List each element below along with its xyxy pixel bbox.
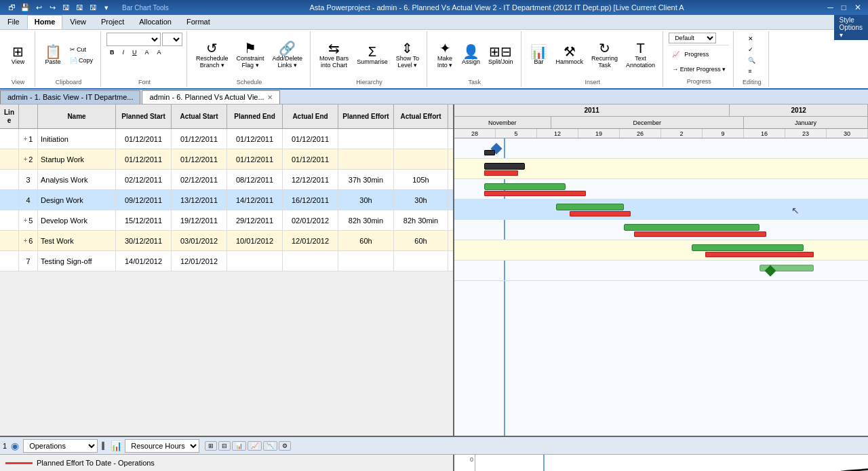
col-header-planned-effort: Planned Effort (338, 105, 394, 128)
text-annotation-btn[interactable]: T TextAnnotation (623, 39, 658, 71)
view-label: View (12, 58, 24, 65)
expand-1[interactable]: + (24, 135, 28, 143)
enter-progress-btn[interactable]: → Enter Progress ▾ (669, 64, 729, 74)
chart-type-btn6[interactable]: ⚙ (279, 441, 291, 451)
progress-group-label: Progress (669, 78, 729, 85)
ribbon-group-hierarchy: ⇆ Move Barsinto Chart Σ Summarise ⇕ Show… (312, 31, 427, 87)
view-btns: ⊞ View (6, 33, 31, 77)
editing-btn4[interactable]: ≡ (745, 67, 759, 76)
chart-type-btn5[interactable]: 📉 (263, 441, 277, 451)
cut-btn[interactable]: ✂ Cut (66, 45, 96, 54)
cell-pe-4: 14/12/2011 (227, 190, 283, 210)
task-row-5[interactable]: + 5 Develop Work 15/12/2011 19/12/2011 2… (0, 210, 453, 231)
summarise-btn[interactable]: Σ Summarise (353, 43, 391, 67)
tab-format[interactable]: Format (179, 15, 218, 29)
operations-select[interactable]: Operations (23, 439, 98, 453)
expand-2[interactable]: + (24, 155, 28, 163)
close-btn[interactable]: ✕ (852, 3, 864, 12)
bold-btn[interactable]: B (106, 48, 118, 57)
tab-view[interactable]: View (62, 15, 94, 29)
task-row-6[interactable]: + 6 Test Work 30/12/2011 03/01/2012 10/0… (0, 231, 453, 251)
bottom-expand-icon[interactable]: 1 (3, 442, 7, 450)
col-header-actual-effort: Actual Effort (394, 105, 448, 128)
cell-name-5: Develop Work (38, 210, 116, 230)
qat-icon2[interactable]: 🖫 (73, 1, 85, 14)
redo-btn[interactable]: ↪ (46, 1, 58, 14)
bar-2-planned (484, 163, 525, 170)
bar-icon: 📊 (530, 45, 547, 58)
cell-name-4: Design Work (38, 190, 116, 210)
task-row-3[interactable]: 3 Analysis Work 02/12/2011 02/12/2011 08… (0, 170, 453, 190)
task-group-label: Task (469, 79, 481, 86)
editing-btn1[interactable]: ✕ (745, 34, 759, 43)
qat-dropdown[interactable]: ▾ (100, 1, 113, 14)
cell-aef-1 (394, 129, 448, 149)
underline-btn[interactable]: U (129, 48, 140, 57)
doc-tab-2[interactable]: admin - 6. Planned Vs Actual Vie... ✕ (142, 90, 279, 104)
editing-btn3[interactable]: 🔍 (745, 56, 759, 65)
view-btn[interactable]: ⊞ View (6, 43, 31, 67)
qat-icon3[interactable]: 🖫 (87, 1, 99, 14)
font-row2: B I U A A (106, 48, 182, 57)
doc-tab-2-close[interactable]: ✕ (267, 94, 273, 101)
tab-home[interactable]: Home (27, 15, 63, 29)
undo-btn[interactable]: ↩ (33, 1, 45, 14)
copy-btn[interactable]: 📄 Copy (66, 56, 96, 65)
constraint-label: ConstraintFlag ▾ (237, 55, 264, 69)
gantt-row-1 (454, 138, 868, 159)
assign-btn[interactable]: 👤 Assign (458, 43, 484, 67)
minimize-btn[interactable]: ─ (825, 3, 836, 12)
expand-5[interactable]: + (24, 216, 28, 224)
chart-type-btn3[interactable]: 📊 (232, 441, 246, 451)
show-to-level-btn[interactable]: ⇕ Show ToLevel ▾ (393, 39, 422, 71)
gantt-week-23: 23 (785, 129, 827, 138)
chart-type-btn1[interactable]: ⊞ (205, 441, 217, 451)
doc-tab-1[interactable]: admin - 1. Basic View - IT Departme... (0, 90, 140, 104)
bar-btn[interactable]: 📊 Bar (527, 43, 551, 67)
italic-btn[interactable]: I (119, 48, 128, 57)
cell-num-3: 3 (19, 170, 38, 189)
hammock-btn[interactable]: ⚒ Hammock (553, 43, 587, 67)
save-btn[interactable]: 💾 (19, 1, 31, 14)
tab-allocation[interactable]: Allocation (132, 15, 179, 29)
gantt-week-2: 2 (661, 129, 703, 138)
resource-hours-select[interactable]: Resource Hours (125, 439, 199, 453)
qat-icon1[interactable]: 🖫 (60, 1, 72, 14)
progress-type-select[interactable]: Default (669, 33, 716, 43)
make-into-btn[interactable]: ✦ MakeInto ▾ (433, 39, 457, 71)
chart-type-btn4[interactable]: 📈 (248, 441, 262, 451)
ribbon-group-insert: 📊 Bar ⚒ Hammock ↻ RecurringTask T TextAn… (523, 31, 664, 87)
font-color-btn[interactable]: A (142, 48, 153, 57)
app-icon[interactable]: 🗗 (5, 1, 18, 14)
maximize-btn[interactable]: □ (839, 3, 849, 12)
tab-project[interactable]: Project (94, 15, 132, 29)
highlight-btn[interactable]: A (154, 48, 165, 57)
progress-label: Progress (684, 51, 709, 58)
task-row-7[interactable]: 7 Testing Sign-off 14/01/2012 12/01/2012 (0, 251, 453, 271)
cell-ae-1: 01/12/2011 (283, 129, 338, 149)
add-delete-links-btn[interactable]: 🔗 Add/DeleteLinks ▾ (269, 39, 307, 71)
task-row-4[interactable]: 4 Design Work 09/12/2011 13/12/2011 14/1… (0, 190, 453, 210)
copy-label: Copy (79, 57, 93, 64)
chart-type-btn2[interactable]: ⊟ (218, 441, 231, 451)
move-bars-label: Move Barsinto Chart (319, 55, 349, 69)
font-family-select[interactable] (106, 33, 161, 46)
ribbon-group-schedule: ↺ RescheduleBranch ▾ ⚑ ConstraintFlag ▾ … (189, 31, 311, 87)
cell-name-6: Test Work (38, 231, 116, 250)
constraint-flag-btn[interactable]: ⚑ ConstraintFlag ▾ (233, 39, 268, 71)
tab-file[interactable]: File (0, 15, 27, 29)
recurring-task-btn[interactable]: ↻ RecurringTask (588, 39, 621, 71)
move-bars-btn[interactable]: ⇆ Move Barsinto Chart (316, 39, 352, 71)
reschedule-branch-btn[interactable]: ↺ RescheduleBranch ▾ (193, 39, 232, 71)
font-size-select[interactable] (162, 33, 182, 46)
split-join-btn[interactable]: ⊞⊟ Split/Join (485, 43, 517, 67)
progress-icon-btn[interactable]: 📈 (669, 50, 683, 59)
cell-as-4: 13/12/2011 (172, 190, 227, 210)
style-options-btn[interactable]: Style Options ▾ (834, 15, 868, 40)
task-row-1[interactable]: + 1 Initiation 01/12/2011 01/12/2011 01/… (0, 129, 453, 149)
editing-btn2[interactable]: ✓ (745, 45, 759, 54)
expand-6[interactable]: + (24, 237, 28, 244)
y-0: 0 (454, 456, 473, 463)
paste-btn[interactable]: 📋 Paste (41, 43, 65, 67)
task-row-2[interactable]: + 2 Startup Work 01/12/2011 01/12/2011 0… (0, 149, 453, 170)
